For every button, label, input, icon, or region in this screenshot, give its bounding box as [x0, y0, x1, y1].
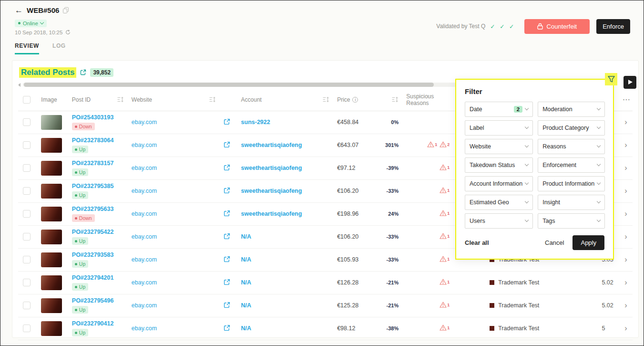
- post-id-link[interactable]: PO#232783157: [72, 160, 124, 167]
- account-link[interactable]: N/A: [241, 325, 252, 332]
- enforce-button[interactable]: Enforce: [596, 19, 630, 34]
- post-image[interactable]: [41, 230, 62, 244]
- play-button[interactable]: [624, 76, 636, 89]
- account-link[interactable]: N/A: [241, 279, 252, 286]
- sort-icon[interactable]: [323, 97, 329, 102]
- row-checkbox[interactable]: [23, 233, 31, 241]
- external-link-icon[interactable]: [224, 210, 230, 217]
- filter-dropdown-estimated-geo[interactable]: Estimated Geo: [465, 195, 533, 210]
- row-expand-chevron[interactable]: ›: [624, 278, 627, 286]
- refresh-icon[interactable]: [65, 30, 71, 35]
- filter-dropdown-moderation[interactable]: Moderation: [538, 102, 605, 117]
- row-expand-chevron[interactable]: ›: [624, 301, 627, 309]
- sort-icon[interactable]: [117, 97, 124, 102]
- post-id-link[interactable]: PO#232783064: [72, 137, 124, 144]
- post-id-link[interactable]: PO#232795422: [72, 229, 124, 235]
- account-link[interactable]: sweetheartisqiaofeng: [241, 165, 302, 171]
- row-checkbox[interactable]: [23, 141, 31, 149]
- account-link[interactable]: N/A: [241, 256, 252, 263]
- online-status-dropdown[interactable]: Online: [15, 20, 47, 27]
- account-link[interactable]: N/A: [241, 233, 252, 240]
- post-image[interactable]: [41, 252, 62, 267]
- post-image[interactable]: [41, 115, 62, 130]
- post-image[interactable]: [41, 298, 62, 313]
- scroll-left-arrow[interactable]: [18, 83, 20, 87]
- external-link-icon[interactable]: [224, 164, 230, 171]
- tab-review[interactable]: REVIEW: [15, 42, 39, 54]
- filter-dropdown-date[interactable]: Date2: [465, 102, 533, 117]
- post-image[interactable]: [41, 321, 62, 336]
- filter-dropdown-tags[interactable]: Tags: [538, 213, 605, 229]
- row-expand-chevron[interactable]: ›: [624, 210, 627, 218]
- scrollbar-thumb[interactable]: [24, 83, 434, 87]
- external-link-icon[interactable]: [224, 118, 230, 125]
- post-image[interactable]: [41, 275, 62, 290]
- row-checkbox[interactable]: [23, 325, 31, 332]
- post-id-link[interactable]: PO#254303193: [72, 114, 124, 121]
- row-expand-chevron[interactable]: ›: [624, 232, 627, 241]
- filter-dropdown-product-category[interactable]: Product Category: [538, 120, 605, 136]
- apply-button[interactable]: Apply: [572, 235, 604, 250]
- filter-icon[interactable]: [605, 73, 617, 85]
- row-checkbox[interactable]: [23, 164, 31, 172]
- post-id-link[interactable]: PO#232790412: [72, 320, 124, 327]
- filter-dropdown-insight[interactable]: Insight: [538, 195, 605, 210]
- row-checkbox[interactable]: [23, 210, 31, 218]
- account-link[interactable]: suns-2922: [241, 119, 270, 126]
- filter-dropdown-account-information[interactable]: Account Information: [465, 176, 533, 191]
- row-expand-chevron[interactable]: ›: [624, 324, 627, 332]
- filter-dropdown-takedown-status[interactable]: Takedown Status: [465, 157, 533, 173]
- account-link[interactable]: sweetheartisqiaofeng: [241, 142, 302, 148]
- external-link-icon[interactable]: [224, 233, 230, 240]
- row-expand-chevron[interactable]: ›: [624, 164, 627, 172]
- external-link-icon[interactable]: [224, 325, 230, 331]
- row-checkbox[interactable]: [23, 256, 31, 263]
- filter-dropdown-label[interactable]: Label: [465, 120, 533, 136]
- filter-dropdown-website[interactable]: Website: [465, 139, 533, 154]
- external-link-icon[interactable]: [224, 279, 230, 285]
- info-icon[interactable]: i: [352, 97, 358, 103]
- row-expand-chevron[interactable]: ›: [624, 141, 627, 149]
- row-expand-chevron[interactable]: ›: [624, 255, 627, 263]
- website-link[interactable]: ebay.com: [132, 142, 157, 148]
- filter-dropdown-users[interactable]: Users: [465, 213, 533, 229]
- website-link[interactable]: ebay.com: [132, 256, 157, 263]
- copy-icon[interactable]: [63, 7, 69, 13]
- external-link-icon[interactable]: [224, 141, 230, 148]
- tab-log[interactable]: LOG: [52, 42, 66, 54]
- row-expand-chevron[interactable]: ›: [624, 187, 627, 195]
- post-image[interactable]: [41, 161, 62, 176]
- external-link-icon[interactable]: [224, 187, 230, 194]
- website-link[interactable]: ebay.com: [132, 302, 157, 309]
- filter-dropdown-enforcement[interactable]: Enforcement: [538, 157, 605, 173]
- post-id-link[interactable]: PO#232795496: [72, 297, 124, 304]
- cancel-button[interactable]: Cancel: [539, 235, 570, 250]
- website-link[interactable]: ebay.com: [132, 119, 157, 126]
- sort-icon[interactable]: [392, 97, 399, 102]
- clear-all-button[interactable]: Clear all: [465, 239, 489, 246]
- post-image[interactable]: [41, 207, 62, 221]
- back-button[interactable]: ←: [15, 6, 23, 14]
- post-id-link[interactable]: PO#232795633: [72, 206, 124, 212]
- website-link[interactable]: ebay.com: [132, 279, 157, 286]
- website-link[interactable]: ebay.com: [132, 165, 157, 171]
- row-expand-chevron[interactable]: ›: [624, 118, 627, 126]
- row-checkbox[interactable]: [23, 279, 31, 286]
- row-checkbox[interactable]: [23, 118, 31, 126]
- website-link[interactable]: ebay.com: [132, 233, 157, 240]
- post-id-link[interactable]: PO#232795385: [72, 183, 124, 189]
- external-link-icon[interactable]: [224, 302, 230, 308]
- external-link-icon[interactable]: [224, 256, 230, 262]
- account-link[interactable]: sweetheartisqiaofeng: [241, 188, 302, 194]
- post-id-link[interactable]: PO#232793583: [72, 252, 124, 258]
- website-link[interactable]: ebay.com: [132, 188, 157, 194]
- account-link[interactable]: N/A: [241, 302, 252, 309]
- counterfeit-button[interactable]: Counterfeit: [524, 19, 590, 34]
- filter-dropdown-reasons[interactable]: Reasons: [538, 139, 605, 154]
- external-link-icon[interactable]: [80, 69, 86, 75]
- post-image[interactable]: [41, 138, 62, 153]
- more-options-icon[interactable]: ···: [623, 96, 631, 103]
- row-checkbox[interactable]: [23, 302, 31, 309]
- account-link[interactable]: sweetheartisqiaofeng: [241, 210, 302, 217]
- post-image[interactable]: [41, 184, 62, 199]
